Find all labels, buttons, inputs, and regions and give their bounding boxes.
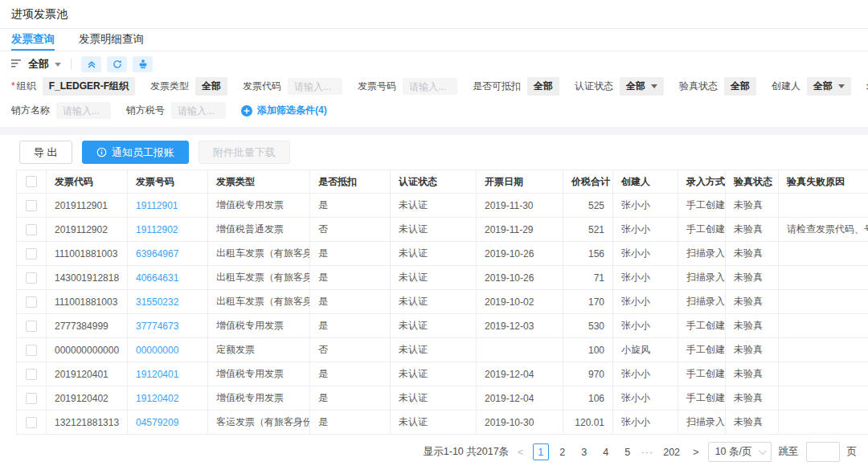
row-checkbox[interactable] bbox=[26, 224, 37, 235]
row-checkbox[interactable] bbox=[26, 369, 37, 380]
filter-field: 创建人全部 bbox=[772, 77, 851, 96]
table-row: 201912040219120402增值税专用发票是未认证2019-12-041… bbox=[17, 386, 868, 411]
invoice-number-link[interactable]: 31550232 bbox=[128, 290, 208, 314]
page-number-1[interactable]: 1 bbox=[533, 443, 549, 460]
cell: 2019120401 bbox=[47, 362, 128, 386]
filter-value-chip[interactable]: 全部 bbox=[724, 77, 756, 96]
cell: 未认证 bbox=[391, 362, 477, 386]
page-size-select[interactable]: 10 条/页 bbox=[708, 442, 772, 462]
cell: 张小小 bbox=[613, 290, 678, 314]
filter-input[interactable] bbox=[171, 102, 226, 119]
filter-input[interactable] bbox=[403, 78, 457, 95]
filter-field: 发票代码 bbox=[243, 78, 342, 95]
filter-value-chip[interactable]: 全部 bbox=[620, 77, 664, 96]
select-all-checkbox[interactable] bbox=[26, 176, 37, 187]
row-checkbox[interactable] bbox=[26, 296, 37, 308]
cell: 扫描录入 bbox=[678, 411, 726, 435]
filter-input[interactable] bbox=[56, 102, 111, 119]
row-checkbox[interactable] bbox=[26, 393, 37, 404]
cell: 增值税专用发票 bbox=[208, 194, 310, 218]
row-checkbox[interactable] bbox=[26, 417, 37, 428]
row-select-cell bbox=[17, 411, 47, 435]
filter-preset-dropdown[interactable]: 全部 bbox=[28, 57, 61, 72]
row-checkbox[interactable] bbox=[26, 248, 37, 259]
cell: 2019112901 bbox=[47, 194, 128, 218]
filter-row-2: 销方名称销方税号添加筛选条件(4) bbox=[11, 102, 857, 119]
invoice-number-link[interactable]: 19112901 bbox=[128, 194, 208, 218]
cell bbox=[779, 242, 868, 266]
page-number-2[interactable]: 2 bbox=[555, 443, 571, 460]
export-button[interactable]: 导 出 bbox=[19, 141, 72, 164]
collapse-filter-button[interactable] bbox=[81, 56, 101, 72]
cell: 521 bbox=[563, 218, 613, 242]
cell: 未认证 bbox=[391, 290, 477, 314]
cell: 手工创建 bbox=[678, 386, 726, 411]
row-select-cell bbox=[17, 266, 47, 290]
cell: 2019-10-26 bbox=[477, 266, 563, 290]
cell: 增值税专用发票 bbox=[208, 386, 310, 411]
row-checkbox[interactable] bbox=[26, 321, 37, 332]
filter-value-chip[interactable]: 全部 bbox=[807, 77, 851, 96]
cell: 未认证 bbox=[391, 338, 477, 362]
filter-toolbar: 全部 bbox=[0, 51, 868, 77]
tab-invoice-detail-query[interactable]: 发票明细查询 bbox=[79, 29, 144, 51]
filter-value-chip[interactable]: 全部 bbox=[195, 77, 227, 96]
column-header: 验真状态 bbox=[726, 170, 779, 194]
notify-employee-button[interactable]: 通知员工报账 bbox=[82, 141, 189, 164]
page-number-3[interactable]: 3 bbox=[576, 443, 592, 460]
filter-field: 发票号码 bbox=[358, 78, 457, 95]
cell bbox=[779, 290, 868, 314]
cell: 未验真 bbox=[726, 362, 779, 386]
filter-preset-value: 全部 bbox=[28, 57, 49, 72]
invoice-number-link[interactable]: 63964967 bbox=[128, 242, 208, 266]
cell: 张小小 bbox=[613, 242, 678, 266]
cell: 2019120402 bbox=[47, 386, 128, 411]
page-number-5[interactable]: 5 bbox=[620, 443, 636, 460]
filter-field: 认证状态全部 bbox=[575, 77, 664, 96]
filter-value-chip[interactable]: 全部 bbox=[527, 77, 559, 96]
cell: 增值税专用发票 bbox=[208, 314, 310, 338]
invoice-number-link[interactable]: 19120402 bbox=[128, 386, 208, 411]
filter-input[interactable] bbox=[288, 78, 342, 95]
table-row: 11100188100363964967出租车发票（有旅客身份...是未认证20… bbox=[17, 242, 868, 266]
add-filter-condition-link[interactable]: 添加筛选条件(4) bbox=[241, 104, 327, 117]
invoice-number-link[interactable]: 37774673 bbox=[128, 314, 208, 338]
cell bbox=[779, 194, 868, 218]
tab-invoice-query[interactable]: 发票查询 bbox=[11, 29, 55, 51]
clear-filter-button[interactable] bbox=[133, 56, 153, 72]
column-header: 验真失败原因 bbox=[779, 170, 868, 194]
row-checkbox[interactable] bbox=[26, 200, 37, 211]
column-header: 录入方式 bbox=[678, 170, 726, 194]
cell: 106 bbox=[563, 386, 613, 411]
row-checkbox[interactable] bbox=[26, 345, 37, 356]
pagination-bar: 显示1-10 共2017条 < 12345···202 > 10 条/页 跳至 … bbox=[0, 435, 868, 462]
jump-to-page-input[interactable] bbox=[806, 442, 840, 462]
cell: 否 bbox=[310, 218, 391, 242]
page-number-4[interactable]: 4 bbox=[598, 443, 614, 460]
invoice-number-link[interactable]: 19112902 bbox=[128, 218, 208, 242]
clear-brush-icon bbox=[138, 59, 148, 69]
page-number-202[interactable]: 202 bbox=[659, 443, 684, 460]
invoice-number-link[interactable]: 04579209 bbox=[128, 411, 208, 435]
cell: 111001881003 bbox=[47, 242, 128, 266]
next-page-arrow-icon[interactable]: > bbox=[691, 446, 701, 458]
cell: 000000000000 bbox=[47, 338, 128, 362]
row-checkbox[interactable] bbox=[26, 272, 37, 284]
invoice-number-link[interactable]: 19120401 bbox=[128, 362, 208, 386]
cell: 张小小 bbox=[613, 386, 678, 411]
cell: 张小小 bbox=[613, 266, 678, 290]
batch-download-button[interactable]: 附件批量下载 bbox=[199, 141, 290, 164]
cell: 未认证 bbox=[391, 314, 477, 338]
cell: 否 bbox=[310, 338, 391, 362]
prev-page-arrow-icon[interactable]: < bbox=[516, 446, 526, 458]
table-row: 14300191281840664631出租车发票（有旅客身份...是未认证20… bbox=[17, 266, 868, 290]
cell: 是 bbox=[310, 386, 391, 411]
chevron-down-icon bbox=[758, 447, 766, 455]
invoice-number-link[interactable]: 40664631 bbox=[128, 266, 208, 290]
invoice-number-link[interactable]: 00000000 bbox=[128, 338, 208, 362]
refresh-button[interactable] bbox=[107, 56, 127, 72]
column-header: 价税合计 bbox=[563, 170, 613, 194]
filter-label: 是否可抵扣 bbox=[473, 80, 521, 93]
filter-value-chip[interactable]: F_LEDGER-F组织 bbox=[43, 77, 135, 96]
cell: 手工创建 bbox=[678, 194, 726, 218]
